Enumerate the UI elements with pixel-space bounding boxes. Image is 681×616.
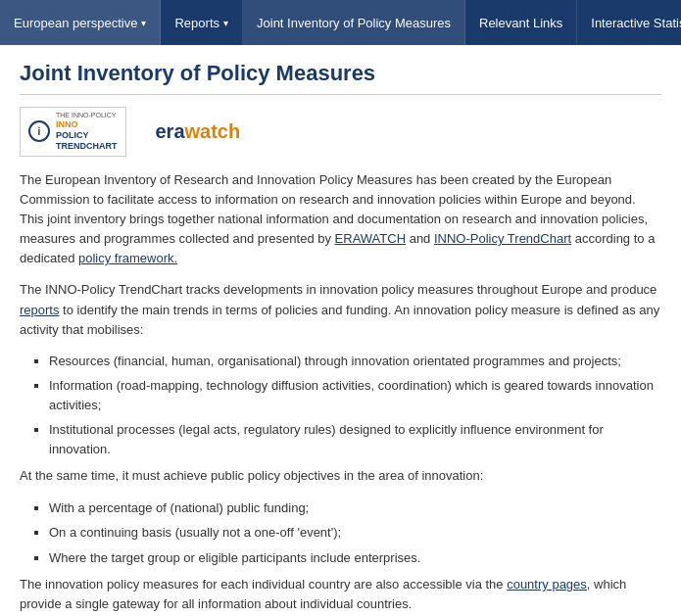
- inno-policy-trendchart-logo: i THE INNO-POLICY INNO POLICY TRENDCHART: [20, 107, 126, 157]
- inno-logo-icon: i: [28, 120, 50, 142]
- nav-joint-inventory[interactable]: Joint Inventory of Policy Measures: [243, 0, 465, 45]
- list-item: Information (road-mapping, technology di…: [49, 376, 661, 414]
- list-item: Where the target group or eligible parti…: [49, 548, 661, 568]
- erawatch-link[interactable]: ERAWATCH: [335, 231, 406, 246]
- nav-european-perspective[interactable]: European perspective ▾: [0, 0, 161, 45]
- chevron-down-icon: ▾: [141, 18, 146, 28]
- list-item: With a percentage of (national) public f…: [49, 498, 661, 518]
- logos-section: i THE INNO-POLICY INNO POLICY TRENDCHART…: [20, 107, 661, 157]
- erawatch-logo: erawatch: [156, 120, 241, 143]
- chevron-down-icon: ▾: [223, 18, 228, 28]
- nav-reports[interactable]: Reports ▾: [161, 0, 243, 45]
- bullets-list-2: With a percentage of (national) public f…: [49, 498, 661, 568]
- bullets-list-1: Resources (financial, human, organisatio…: [49, 352, 661, 459]
- paragraph-2: The INNO-Policy TrendChart tracks develo…: [20, 280, 661, 339]
- nav-relevant-links[interactable]: Relevant Links: [465, 0, 577, 45]
- main-content: Joint Inventory of Policy Measures i THE…: [0, 45, 681, 616]
- policy-framework-link[interactable]: policy framework.: [78, 251, 177, 265]
- nav-interactive-tool[interactable]: Interactive Statistical Tool: [577, 0, 681, 45]
- inno-logo-text: THE INNO-POLICY INNO POLICY TRENDCHART: [56, 112, 118, 152]
- list-item: Resources (financial, human, organisatio…: [49, 352, 661, 371]
- paragraph-4: The innovation policy measures for each …: [20, 575, 661, 614]
- reports-link[interactable]: reports: [20, 303, 59, 317]
- paragraph-3: At the same time, it must achieve public…: [20, 466, 661, 486]
- page-title: Joint Inventory of Policy Measures: [20, 61, 661, 95]
- paragraph-1: The European Inventory of Research and I…: [20, 170, 661, 269]
- inno-trendchart-link[interactable]: INNO-Policy TrendChart: [434, 231, 571, 246]
- list-item: Institutional processes (legal acts, reg…: [49, 420, 661, 458]
- list-item: On a continuing basis (usually not a one…: [49, 523, 661, 543]
- navigation: European perspective ▾ Reports ▾ Joint I…: [0, 0, 681, 45]
- country-pages-link[interactable]: country pages: [507, 577, 587, 592]
